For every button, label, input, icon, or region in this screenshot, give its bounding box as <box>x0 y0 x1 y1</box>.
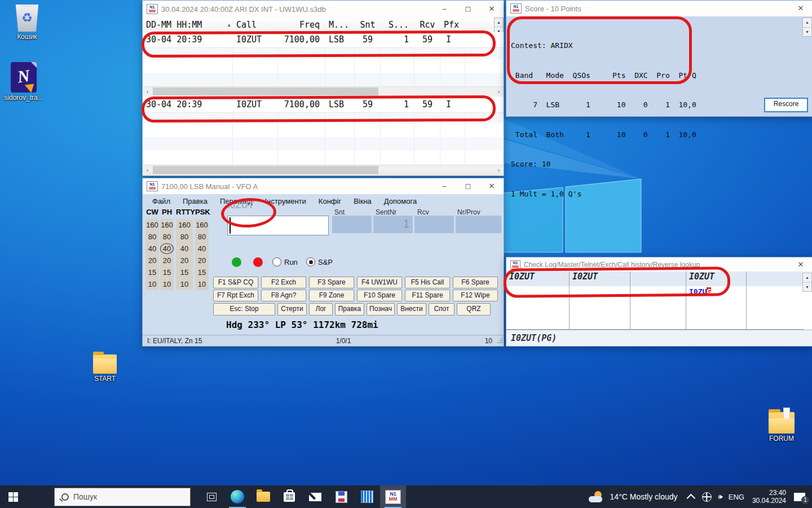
taskbar-store[interactable] <box>276 485 302 508</box>
check-col-telnet[interactable] <box>630 271 686 329</box>
band-button[interactable]: 10 <box>176 278 193 290</box>
fkey-f6[interactable]: F6 Spare <box>453 277 498 288</box>
desktop-icon-start-folder[interactable]: START <box>81 354 129 383</box>
col-freq[interactable]: Freq <box>278 17 325 32</box>
start-button[interactable] <box>0 485 26 508</box>
fkey-f5[interactable]: F5 His Call <box>405 277 450 288</box>
menu-help[interactable]: Допомога <box>378 195 423 207</box>
band-button[interactable]: 15 <box>160 266 174 278</box>
band-button[interactable]: 15 <box>195 266 209 278</box>
close-button[interactable]: ✕ <box>789 258 812 271</box>
weather-text[interactable]: 14°C Mostly cloudy <box>610 492 678 501</box>
spot-button[interactable]: Спот <box>429 303 454 316</box>
edit-button[interactable]: Правка <box>335 303 364 316</box>
band-button[interactable]: 80 <box>176 231 193 243</box>
taskbar-explorer[interactable] <box>250 485 276 508</box>
band-button[interactable]: 40 <box>195 243 209 255</box>
callsign-input[interactable] <box>227 216 329 235</box>
band-button[interactable]: 160 <box>160 219 174 231</box>
fkey-f12[interactable]: F12 Wipe <box>453 290 498 301</box>
taskbar-edge[interactable] <box>224 485 250 508</box>
taskbar-search[interactable]: Пошук <box>54 488 191 506</box>
band-button[interactable]: 80 <box>145 231 159 243</box>
menu-file[interactable]: Файл <box>146 195 176 207</box>
wipe-button[interactable]: Стерти <box>277 303 307 316</box>
store-button[interactable]: Внести <box>397 303 426 316</box>
desktop-icon-sidorov-file[interactable]: N sidorov_tra... <box>0 62 47 102</box>
col-rcv[interactable]: Rcv <box>414 17 440 32</box>
esc-stop-button[interactable]: Esc: Stop <box>213 303 275 316</box>
run-radio[interactable]: Run <box>272 257 298 266</box>
menu-windows[interactable]: Вікна <box>347 195 378 207</box>
col-call[interactable]: Call <box>233 17 278 32</box>
nrprov-field[interactable] <box>456 216 501 233</box>
language-indicator[interactable]: ENG <box>729 493 744 501</box>
fkey-f1[interactable]: F1 S&P CQ <box>213 277 258 288</box>
band-button[interactable]: 160 <box>176 219 193 231</box>
close-button[interactable]: ✕ <box>480 179 504 194</box>
fkey-f4[interactable]: F4 UW1WU <box>357 277 402 288</box>
entry-titlebar[interactable]: N1MM 7100,00 LSB Manual - VFO A – ◻ ✕ <box>143 178 504 195</box>
log-button[interactable]: Лог <box>309 303 333 316</box>
menu-tools[interactable]: Інструменти <box>259 195 312 207</box>
fkey-f3[interactable]: F3 Spare <box>309 277 354 288</box>
band-button[interactable]: 20 <box>160 255 174 266</box>
col-mode[interactable]: M... <box>325 17 355 32</box>
log-row[interactable]: 30-04 20:39 I0ZUT 7100,00 LSB 59 1 59 I <box>143 32 504 48</box>
band-button[interactable]: 160 <box>195 219 209 231</box>
log-header-spinner[interactable]: ▲▼ <box>494 17 504 33</box>
clock[interactable]: 23:40 30.04.2024 <box>752 489 786 505</box>
tray-chevron-icon[interactable] <box>686 493 695 502</box>
menu-edit[interactable]: Правка <box>176 195 214 207</box>
task-view-button[interactable] <box>198 485 224 508</box>
partial-match[interactable]: I0ZUG <box>686 287 746 296</box>
rescore-button[interactable]: Rescore <box>764 98 808 112</box>
minimize-button[interactable]: – <box>433 2 456 16</box>
score-spinner[interactable]: ▲▼ <box>802 17 812 37</box>
band-button[interactable]: 15 <box>145 266 159 278</box>
speaker-icon[interactable]: 🕪 <box>718 492 723 501</box>
band-button[interactable]: 40 <box>176 243 193 255</box>
resize-grip[interactable] <box>497 338 502 344</box>
col-datetime[interactable]: DD-MM HH:MM ▲ <box>143 17 233 32</box>
sp-radio[interactable]: S&P <box>306 257 333 266</box>
minimize-button[interactable]: – <box>433 179 456 194</box>
notification-icon[interactable]: 1 <box>794 493 805 501</box>
network-icon[interactable] <box>702 492 712 502</box>
taskbar-mail[interactable] <box>302 485 328 508</box>
close-button[interactable]: ✕ <box>480 2 504 16</box>
band-button[interactable]: 20 <box>195 255 209 266</box>
band-button[interactable]: 80 <box>195 231 209 243</box>
log-hscrollbar-top[interactable]: ‹› <box>143 86 504 97</box>
col-snt[interactable]: Snt <box>355 17 381 32</box>
fkey-f9[interactable]: F9 Zone <box>309 290 354 301</box>
fkey-f10[interactable]: F10 Spare <box>357 290 402 301</box>
band-button[interactable]: 20 <box>176 255 193 266</box>
log-hscrollbar-bottom[interactable]: ‹› <box>143 165 504 175</box>
band-button[interactable]: 10 <box>145 278 159 290</box>
check-spinner[interactable]: ▲▼ <box>802 273 812 292</box>
check-col-log[interactable]: I0ZUT <box>506 271 570 329</box>
log-titlebar[interactable]: N1MM 30.04.2024 20:40:00Z ARI DX INT - U… <box>143 1 504 18</box>
mark-button[interactable]: Познач <box>367 303 395 316</box>
fkey-f8[interactable]: F8 Agn? <box>261 290 306 301</box>
qrz-button[interactable]: QRZ <box>457 303 491 316</box>
col-s[interactable]: S... <box>381 17 414 32</box>
check-titlebar[interactable]: N1MM Check Log/Master/Telnet/Exch/Call h… <box>506 257 812 272</box>
taskbar-n1mm[interactable]: N1MM <box>380 485 406 508</box>
band-button[interactable]: 80 <box>160 231 174 243</box>
check-col-master[interactable]: I0ZUT <box>570 271 630 329</box>
taskbar-floppy-app[interactable] <box>328 485 354 508</box>
check-col-reverse[interactable] <box>747 271 804 329</box>
sentnr-field[interactable]: 1 <box>373 216 413 233</box>
fkey-f2[interactable]: F2 Exch <box>261 277 306 288</box>
score-titlebar[interactable]: N1MM Score - 10 Points ✕ <box>506 1 812 17</box>
taskbar-archive-app[interactable] <box>354 485 380 508</box>
fkey-f11[interactable]: F11 Spare <box>405 290 450 301</box>
fkey-f7[interactable]: F7 Rpt Exch <box>213 290 258 301</box>
log-header-row[interactable]: DD-MM HH:MM ▲ Call Freq M... Snt S... Rc… <box>143 17 495 33</box>
log-row-pane2[interactable]: 30-04 20:39 I0ZUT 7100,00 LSB 59 1 59 I <box>143 97 504 113</box>
band-button[interactable]: 20 <box>145 255 159 266</box>
desktop-icon-recycle-bin[interactable]: ♻ Кошик <box>3 5 51 41</box>
band-button[interactable]: 15 <box>176 266 193 278</box>
